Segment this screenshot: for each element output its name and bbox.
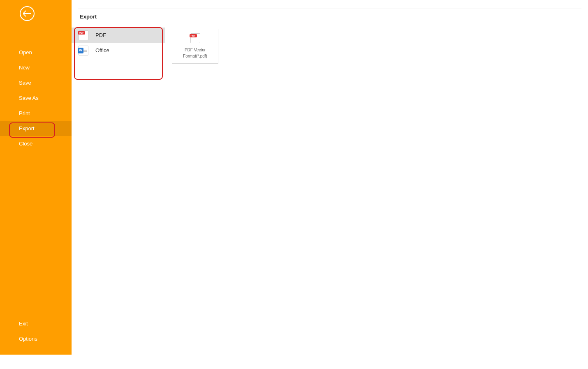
sidebar-item-save-as[interactable]: Save As (0, 90, 72, 106)
format-item-label: PDF (95, 32, 106, 38)
sidebar-item-label: Save (19, 80, 31, 86)
back-button[interactable] (20, 6, 35, 21)
sidebar-item-label: Save As (19, 95, 39, 101)
page-title: Export (80, 14, 97, 20)
sidebar-item-export[interactable]: Export (0, 121, 72, 136)
sidebar-item-label: Open (19, 49, 32, 55)
output-option-label: PDF Vector Format(*.pdf) (183, 47, 207, 59)
pdf-icon: PDF (78, 30, 89, 41)
sidebar-item-label: New (19, 65, 30, 71)
output-option-pdf-vector[interactable]: PDF PDF Vector Format(*.pdf) (172, 29, 218, 64)
sidebar-bottom-menu: Exit Options (0, 316, 72, 346)
format-item-pdf[interactable]: PDF PDF (72, 28, 165, 43)
top-strip (78, 0, 581, 9)
sidebar-item-close[interactable]: Close (0, 136, 72, 151)
word-icon: W (78, 45, 89, 56)
sidebar-item-print[interactable]: Print (0, 106, 72, 121)
main-area: Export PDF PDF (72, 0, 588, 369)
sidebar: Open New Save Save As Print Export Close… (0, 0, 72, 355)
content-area: PDF PDF W Office (72, 24, 588, 369)
output-panel: PDF PDF Vector Format(*.pdf) (165, 24, 588, 369)
sidebar-item-exit[interactable]: Exit (0, 316, 72, 331)
sidebar-main-menu: Open New Save Save As Print Export Close (0, 45, 72, 151)
sidebar-item-save[interactable]: Save (0, 75, 72, 90)
sidebar-item-new[interactable]: New (0, 60, 72, 75)
format-list: PDF PDF W Office (72, 28, 165, 58)
sidebar-item-options[interactable]: Options (0, 331, 72, 346)
pdf-icon: PDF (190, 33, 200, 43)
sidebar-item-open[interactable]: Open (0, 45, 72, 60)
back-arrow-icon (23, 10, 31, 17)
format-panel: PDF PDF W Office (72, 24, 165, 369)
sidebar-item-label: Exit (19, 321, 28, 327)
sidebar-item-label: Options (19, 336, 37, 342)
sidebar-item-label: Print (19, 110, 30, 116)
format-item-office[interactable]: W Office (72, 43, 165, 58)
sidebar-item-label: Export (19, 125, 35, 131)
sidebar-item-label: Close (19, 141, 32, 147)
format-item-label: Office (95, 47, 109, 53)
header-bar: Export (78, 9, 581, 24)
